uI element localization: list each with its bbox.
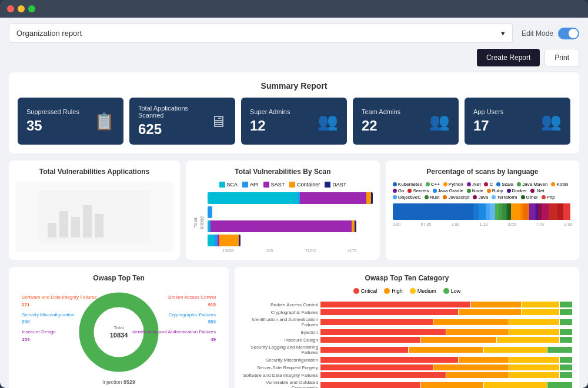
low-vulnerable [547,382,573,388]
owasp-row-sec-logging: Security Logging and Monitoring Failures [242,344,572,355]
terraform-color [492,195,496,199]
low-misc [560,357,572,363]
medium-ssrf [509,364,559,370]
medium-dot [410,288,416,294]
legend-node: Node [467,188,483,193]
stat-card-super-admins: Super Admins 12 👥 [241,98,347,145]
maximize-icon[interactable] [28,5,35,12]
owasp-row-identification: Identification and Authentication Failur… [242,317,572,327]
net2-bar [557,203,563,220]
svg-text:10834: 10834 [110,332,128,339]
scan-bar-track-4 [208,235,240,246]
close-icon[interactable] [7,5,14,12]
svg-text:Total: Total [114,325,124,330]
legend-cplus: C++ [426,182,440,187]
ruby-color [487,189,491,193]
high-broken [471,302,521,307]
edit-mode-area: Edit Mode [522,28,579,39]
scan-bar-row-2 [208,206,373,218]
legend-critical: Critical [353,288,377,294]
critical-insecure [320,337,420,343]
owasp-bar-sec-logging [320,347,572,353]
legend-docker: Docker [507,188,527,193]
critical-id [320,319,433,325]
org-select[interactable]: Organization report ▾ [9,24,513,43]
stat-value-app-users: 17 [473,118,503,134]
scan-legend-sca: SCA [219,182,238,188]
minimize-icon[interactable] [18,5,25,12]
titlebar [0,0,588,18]
scan-bar-track-3 [208,220,356,232]
high-misc [459,357,509,363]
c-color [484,182,488,186]
edit-mode-toggle[interactable] [558,28,579,39]
owasp-top-ten-card: Owasp Top Ten Software and Data Integrit… [9,267,229,388]
label-identification: Identification and Authentication Failur… [131,329,216,344]
owasp-donut-container: Software and Data Integrity Failures271 … [16,288,222,376]
legend-kubernetes: Kubernetes [393,182,422,187]
go-color [393,189,397,193]
sast-segment-3 [211,220,352,232]
lang-card: Percentage of scans by language Kubernet… [386,160,579,260]
create-report-button[interactable]: Create Report [477,49,540,66]
org-select-label: Organization report [16,29,82,38]
net2-color [530,189,534,193]
scan-x-axis: 13600 109 71210 4172 [208,249,373,253]
vuln-scan-title: Total Vulnerabilities By Scan [193,168,373,176]
legend-scala: Scala [496,182,513,187]
medium-vulnerable [484,382,546,388]
svg-rect-4 [83,205,92,238]
owasp-bar-chart: Broken Access Control Cryptographic Fail… [242,299,572,388]
sca-segment-1 [208,192,298,204]
api-color [242,182,248,188]
owasp-top-ten-title: Owasp Top Ten [16,274,222,282]
lang-title: Percentage of scans by language [393,168,572,176]
vuln-apps-card: Total Vulnerabilities Applications [9,160,180,260]
main-content: Organization report ▾ Edit Mode Create R… [0,18,588,388]
owasp-legend: Critical High Medium Low [242,288,572,294]
legend-java-maven: Java Maven [517,182,547,187]
label-software: Software and Data Integrity Failures271 [22,294,97,309]
bottom-row: Owasp Top Ten Software and Data Integrit… [9,267,579,388]
other-color [521,195,525,199]
legend-secrets: Secrets [407,188,429,193]
high-insecure [421,337,496,343]
net-color [467,182,471,186]
scan-bar-track-1 [208,192,373,204]
owasp-bar-injection [320,329,572,335]
container-segment-4 [219,235,239,246]
secrets-color [407,189,412,193]
stat-card-app-users: App Users 17 👥 [465,98,570,145]
medium-logging [484,347,546,353]
stat-value-suppressed: 35 [26,118,79,134]
team-admins-icon: 👥 [429,112,450,131]
stat-value-apps: 625 [138,121,210,138]
scan-legend-dast: DAST [325,182,346,188]
container-segment-1 [366,192,371,204]
critical-injection [320,329,446,335]
python-bar [511,203,520,220]
terraform-bar [490,203,495,220]
legend-kotlin: Kotlin [551,182,568,187]
stat-label-apps: Total Applications Scanned [138,105,210,119]
stats-row: Suppressed Rules 35 📋 Total Applications… [18,98,570,145]
owasp-row-ssrf: Server-Side Request Forgery [242,364,572,370]
critical-broken [320,302,470,307]
owasp-category-title: Owasp Top Ten Category [242,274,572,282]
app-users-icon: 👥 [541,112,562,131]
top-bar: Organization report ▾ Edit Mode [9,24,579,43]
critical-ssrf [320,364,433,370]
dast-segment-1 [371,192,373,204]
vuln-apps-svg [36,188,153,246]
secrets-bar [549,203,557,220]
label-security-misc: Security Misconfiguration290 [22,312,97,327]
legend-c: C [484,182,493,187]
main-window: Organization report ▾ Edit Mode Create R… [0,0,588,388]
scan-y-axis: Total 80002 [193,192,205,253]
label-broken-access: Broken Access Control915 [131,294,216,309]
dast-segment-4 [239,235,240,246]
print-button[interactable]: Print [544,49,579,66]
svg-rect-3 [71,217,80,238]
low-broken [560,302,572,307]
window-controls [7,5,35,12]
